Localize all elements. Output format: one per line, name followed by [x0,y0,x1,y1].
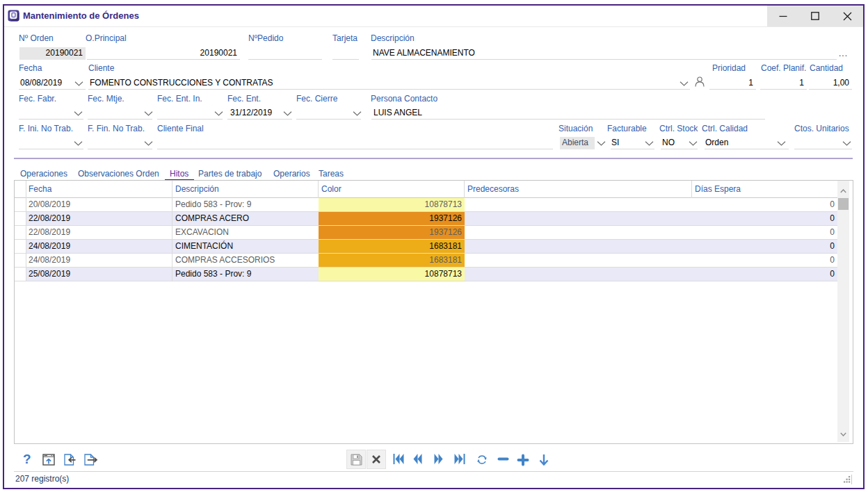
previous-record-button[interactable] [413,454,422,464]
scroll-down-button[interactable] [837,429,849,439]
situacion-dropdown-icon[interactable] [596,137,606,149]
cell-predecesoras[interactable] [465,226,692,240]
minimize-button[interactable] [767,6,799,26]
cliente-lookup-button[interactable] [693,75,706,88]
remove-row-button[interactable] [497,457,509,461]
situacion-field[interactable]: Abierta [560,137,595,149]
move-down-button[interactable] [539,454,549,466]
cell-descripcion[interactable]: Pedido 583 - Prov: 9 [172,198,319,212]
table-row[interactable]: 24/08/2019 CIMENTACIÓN 1683181 0 [15,240,837,254]
refresh-button[interactable] [476,454,488,466]
resize-grip[interactable] [844,476,851,483]
row-selector[interactable] [15,240,26,254]
cell-fecha[interactable]: 20/08/2019 [26,198,172,212]
delete-button[interactable] [367,450,386,469]
cell-color[interactable]: 1683181 [319,240,465,254]
grid-vertical-scrollbar[interactable] [837,181,849,442]
ctrl-stock-dropdown-icon[interactable] [688,137,698,149]
n-pedido-field[interactable] [248,47,322,60]
cell-predecesoras[interactable] [465,254,692,268]
table-row[interactable]: 22/08/2019 COMPRAS ACERO 1937126 0 [15,212,837,226]
table-row[interactable]: 25/08/2019 Pedido 583 - Prov: 9 10878713… [15,268,837,281]
fec-ent-in-dropdown-icon[interactable] [214,107,223,120]
descripcion-field[interactable]: NAVE ALMACENAMIENTO [371,47,837,60]
cell-descripcion[interactable]: Pedido 583 - Prov: 9 [172,268,319,281]
cell-fecha[interactable]: 25/08/2019 [26,268,172,281]
close-button[interactable] [831,6,863,26]
tab-hitos[interactable]: Hitos [170,169,188,179]
cell-fecha[interactable]: 24/08/2019 [26,240,172,254]
ctrl-calidad-dropdown-icon[interactable] [776,137,786,149]
column-header-color[interactable]: Color [321,181,460,198]
column-header-descripcion[interactable]: Descripción [175,181,314,198]
cell-predecesoras[interactable] [465,212,692,226]
cell-dias-espera[interactable]: 0 [692,254,837,268]
cell-color[interactable]: 1683181 [319,254,465,268]
tab-partes-de-trabajo[interactable]: Partes de trabajo [198,169,262,179]
cell-fecha[interactable]: 24/08/2019 [26,254,172,268]
cell-fecha[interactable]: 22/08/2019 [26,226,172,240]
row-selector[interactable] [15,212,26,226]
ctos-unitarios-dropdown-icon[interactable] [842,137,851,149]
help-button[interactable]: ? [23,452,34,468]
tab-operaciones[interactable]: Operaciones [20,169,67,179]
save-button[interactable] [346,450,366,469]
cell-dias-espera[interactable]: 0 [692,198,837,212]
import-document-button[interactable] [64,454,78,466]
cell-descripcion[interactable]: COMPRAS ACERO [172,212,319,226]
column-header-fecha[interactable]: Fecha [29,181,168,198]
row-selector[interactable] [15,198,26,212]
descripcion-more-button[interactable]: ... [839,49,848,60]
fec-fabr-dropdown-icon[interactable] [73,107,83,120]
fec-ent-dropdown-icon[interactable] [282,107,292,120]
fec-mtje-dropdown-icon[interactable] [143,107,153,120]
maximize-button[interactable] [799,6,831,26]
cantidad-field[interactable]: 1,00 [809,77,852,90]
f-ini-no-trab-dropdown-icon[interactable] [73,137,83,149]
cell-color[interactable]: 1937126 [319,226,465,240]
row-selector[interactable] [15,226,26,240]
table-row[interactable]: 20/08/2019 Pedido 583 - Prov: 9 10878713… [15,198,837,212]
o-principal-field[interactable]: 20190021 [87,47,240,60]
table-row[interactable]: 22/08/2019 EXCAVACION 1937126 0 [15,226,837,240]
coef-planif-field[interactable]: 1 [760,77,807,90]
cell-dias-espera[interactable]: 0 [692,240,837,254]
row-selector[interactable] [15,268,26,281]
row-selector[interactable] [15,254,26,268]
add-row-button[interactable] [517,454,529,466]
export-document-button[interactable] [84,454,98,466]
tab-operarios[interactable]: Operarios [273,169,310,179]
f-fin-no-trab-dropdown-icon[interactable] [143,137,153,149]
cell-predecesoras[interactable] [465,198,692,212]
cell-descripcion[interactable]: COMPRAS ACCESORIOS [172,254,319,268]
cliente-dropdown-icon[interactable] [679,77,689,90]
persona-contacto-field[interactable]: LUIS ANGEL [371,107,765,120]
last-record-button[interactable] [454,454,465,464]
cell-color[interactable]: 10878713 [319,268,465,281]
cell-descripcion[interactable]: CIMENTACIÓN [172,240,319,254]
tab-tareas[interactable]: Tareas [319,169,344,179]
cell-fecha[interactable]: 22/08/2019 [26,212,172,226]
cell-dias-espera[interactable]: 0 [692,226,837,240]
tarjeta-field[interactable] [332,47,359,60]
facturable-dropdown-icon[interactable] [644,137,654,149]
cell-descripcion[interactable]: EXCAVACION [172,226,319,240]
cell-dias-espera[interactable]: 0 [692,212,837,226]
cell-dias-espera[interactable]: 0 [692,268,837,281]
cell-predecesoras[interactable] [465,268,692,281]
cell-predecesoras[interactable] [465,240,692,254]
scrollbar-thumb[interactable] [838,198,849,210]
column-header-predecesoras[interactable]: Predecesoras [467,181,676,198]
fec-ent-in-field[interactable] [157,107,223,120]
cell-color[interactable]: 10878713 [319,198,465,212]
export-window-button[interactable] [42,454,55,466]
fecha-dropdown-icon[interactable] [74,77,83,90]
table-row[interactable]: 24/08/2019 COMPRAS ACCESORIOS 1683181 0 [15,254,837,268]
next-record-button[interactable] [434,454,443,464]
cliente-field[interactable]: FOMENTO CONSTRUCCIONES Y CONTRATAS [88,77,690,90]
fec-cierre-dropdown-icon[interactable] [352,107,362,120]
cliente-final-field[interactable] [157,137,553,149]
first-record-button[interactable] [393,454,404,464]
n-orden-field[interactable]: 20190021 [19,47,86,60]
tab-observaciones-orden[interactable]: Observaciones Orden [78,169,159,179]
